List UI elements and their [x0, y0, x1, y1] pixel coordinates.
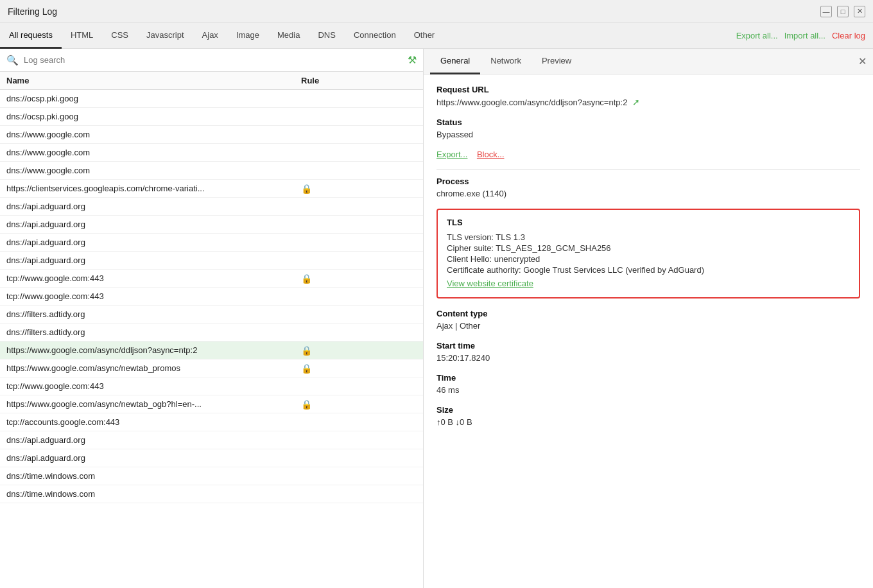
list-item[interactable]: dns://ocsp.pki.goog [0, 108, 423, 126]
start-time-section: Start time 15:20:17.8240 [437, 341, 860, 363]
list-item-name: dns://api.adguard.org [6, 238, 301, 247]
list-item[interactable]: dns://api.adguard.org [0, 431, 423, 449]
list-item[interactable]: tcp://www.google.com:443 [0, 377, 423, 395]
tab-all-requests[interactable]: All requests [0, 23, 62, 49]
list-item-rule: 🔒 [301, 273, 417, 284]
list-item[interactable]: https://www.google.com/async/ddljson?asy… [0, 342, 423, 359]
view-website-certificate-link[interactable]: View website certificate [447, 279, 533, 288]
list-item[interactable]: dns://ocsp.pki.goog [0, 90, 423, 108]
tab-css[interactable]: CSS [102, 23, 137, 49]
list-item-name: dns://ocsp.pki.goog [6, 112, 301, 121]
clear-log-link[interactable]: Clear log [832, 31, 865, 40]
status-value: Bypassed [437, 130, 860, 139]
tab-html[interactable]: HTML [62, 23, 102, 49]
list-item[interactable]: dns://api.adguard.org [0, 198, 423, 216]
list-item[interactable]: https://www.google.com/async/newtab_prom… [0, 359, 423, 377]
lock-icon: 🔒 [301, 273, 312, 284]
export-link[interactable]: Export... [437, 150, 467, 159]
list-item-rule: 🔒 [301, 399, 417, 410]
tab-other[interactable]: Other [405, 23, 444, 49]
import-all-link[interactable]: Import all... [784, 31, 825, 40]
content-type-section: Content type Ajax | Other [437, 309, 860, 331]
list-item[interactable]: tcp://www.google.com:443 [0, 288, 423, 306]
tab-dns[interactable]: DNS [309, 23, 344, 49]
content-type-label: Content type [437, 309, 860, 318]
list-item-name: dns://api.adguard.org [6, 453, 301, 463]
size-value: ↑0 B ↓0 B [437, 417, 860, 427]
tab-general[interactable]: General [430, 49, 480, 74]
size-label: Size [437, 405, 860, 415]
list-item-name: https://clientservices.googleapis.com/ch… [6, 184, 301, 193]
process-label: Process [437, 177, 860, 186]
tls-section: TLS TLS version: TLS 1.3 Cipher suite: T… [437, 209, 860, 298]
right-panel: General Network Preview ✕ Request URL ht… [424, 49, 873, 588]
list-item[interactable]: dns://www.google.com [0, 162, 423, 180]
list-item-name: dns://time.windows.com [6, 489, 301, 499]
list-item[interactable]: dns://filters.adtidy.org [0, 306, 423, 324]
list-item-name: https://www.google.com/async/newtab_ogb?… [6, 399, 301, 409]
close-detail-button[interactable]: ✕ [858, 55, 867, 67]
list-item-name: dns://filters.adtidy.org [6, 327, 301, 337]
process-value: chrome.exe (1140) [437, 189, 860, 198]
list-item-name: tcp://www.google.com:443 [6, 291, 301, 301]
list-item[interactable]: https://www.google.com/async/newtab_ogb?… [0, 395, 423, 413]
status-section: Status Bypassed [437, 117, 860, 139]
list-item-name: dns://filters.adtidy.org [6, 309, 301, 319]
list-item[interactable]: dns://time.windows.com [0, 467, 423, 485]
tab-javascript[interactable]: Javascript [137, 23, 193, 49]
time-value: 46 ms [437, 385, 860, 395]
content-type-value: Ajax | Other [437, 321, 860, 331]
list-item[interactable]: dns://time.windows.com [0, 485, 423, 503]
tab-ajax[interactable]: Ajax [193, 23, 227, 49]
window-controls: — □ ✕ [820, 6, 865, 17]
block-link[interactable]: Block... [477, 150, 505, 159]
tab-image[interactable]: Image [227, 23, 268, 49]
tab-network[interactable]: Network [480, 49, 532, 74]
close-button[interactable]: ✕ [854, 6, 865, 17]
tab-media[interactable]: Media [268, 23, 309, 49]
left-panel: 🔍 ⚒ Name Rule dns://ocsp.pki.googdns://o… [0, 49, 424, 588]
list-item[interactable]: dns://api.adguard.org [0, 252, 423, 270]
tls-cert-authority: Certificate authority: Google Trust Serv… [447, 265, 850, 275]
minimize-button[interactable]: — [820, 6, 832, 17]
list-item-name: dns://time.windows.com [6, 471, 301, 481]
tab-connection[interactable]: Connection [345, 23, 405, 49]
divider-1 [437, 169, 860, 170]
list-item-rule: 🔒 [301, 184, 417, 194]
list-item[interactable]: dns://api.adguard.org [0, 216, 423, 234]
list-item-rule: 🔒 [301, 363, 417, 374]
list-item[interactable]: dns://www.google.com [0, 144, 423, 162]
list-item[interactable]: dns://www.google.com [0, 126, 423, 144]
list-item-name: dns://api.adguard.org [6, 220, 301, 229]
status-label: Status [437, 117, 860, 127]
external-link-icon[interactable]: ➚ [632, 97, 640, 107]
search-input[interactable] [24, 55, 402, 65]
export-all-link[interactable]: Export all... [736, 31, 778, 40]
detail-content: Request URL https://www.google.com/async… [424, 74, 873, 588]
list-item[interactable]: tcp://accounts.google.com:443 [0, 413, 423, 431]
time-section: Time 46 ms [437, 373, 860, 395]
right-tabbar: General Network Preview ✕ [424, 49, 873, 74]
lock-icon: 🔒 [301, 345, 312, 356]
list-item-name: dns://www.google.com [6, 148, 301, 157]
list-item-name: dns://www.google.com [6, 166, 301, 175]
tab-preview[interactable]: Preview [532, 49, 582, 74]
filter-icon[interactable]: ⚒ [408, 54, 417, 66]
list-item[interactable]: dns://filters.adtidy.org [0, 324, 423, 342]
search-icon: 🔍 [6, 55, 19, 66]
request-url-value: https://www.google.com/async/ddljson?asy… [437, 97, 860, 107]
maximize-button[interactable]: □ [837, 6, 849, 17]
tls-version: TLS version: TLS 1.3 [447, 232, 850, 242]
list-item[interactable]: dns://api.adguard.org [0, 449, 423, 467]
header-rule: Rule [301, 76, 417, 85]
action-links-section: Export... Block... [437, 150, 860, 159]
process-section: Process chrome.exe (1140) [437, 177, 860, 198]
list-item[interactable]: tcp://www.google.com:443🔒 [0, 270, 423, 288]
list-item-name: tcp://accounts.google.com:443 [6, 417, 301, 427]
tls-label: TLS [447, 218, 850, 227]
list-item-name: tcp://www.google.com:443 [6, 381, 301, 391]
list-item[interactable]: dns://api.adguard.org [0, 234, 423, 252]
requests-list: dns://ocsp.pki.googdns://ocsp.pki.googdn… [0, 90, 423, 588]
list-item-rule: 🔒 [301, 345, 417, 356]
list-item[interactable]: https://clientservices.googleapis.com/ch… [0, 180, 423, 198]
